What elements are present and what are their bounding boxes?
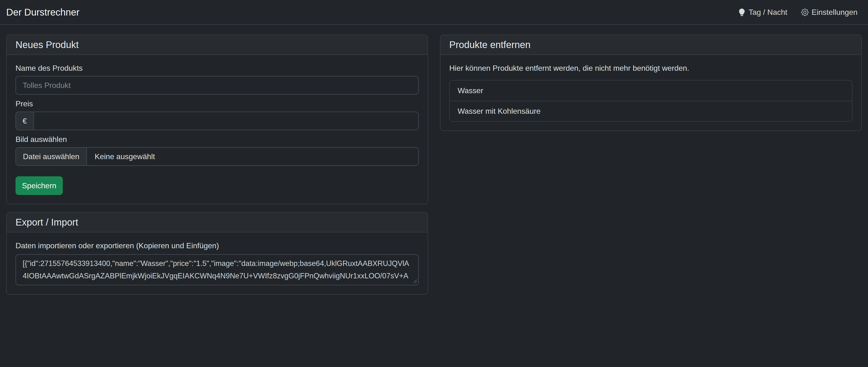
image-label: Bild auswählen (16, 135, 419, 144)
left-column: Neues Produkt Name des Produkts Preis € … (6, 35, 428, 294)
save-button[interactable]: Speichern (16, 176, 63, 195)
export-import-textarea-wrap: [{"id":27155764533913400,"name":"Wasser"… (16, 254, 419, 285)
product-list-item-wasser-mit-kohlensaeure[interactable]: Wasser mit Kohlensäure (450, 101, 852, 121)
price-group: Preis € (16, 100, 419, 130)
export-import-textarea[interactable]: [{"id":27155764533913400,"name":"Wasser"… (16, 254, 419, 285)
settings-link[interactable]: Einstellungen (801, 8, 858, 17)
remove-products-description: Hier können Produkte entfernt werden, di… (449, 64, 852, 73)
theme-toggle-label: Tag / Nacht (749, 8, 787, 17)
navbar: Der Durstrechner Tag / Nacht Einstellung… (0, 0, 868, 25)
product-name-input[interactable] (16, 76, 419, 94)
export-import-title: Export / Import (16, 217, 78, 228)
export-import-card-body: Daten importieren oder exportieren (Kopi… (7, 232, 428, 294)
product-name-group: Name des Produkts (16, 64, 419, 94)
image-file-input[interactable]: Datei auswählen Keine ausgewählt (16, 147, 419, 166)
resize-grip-icon[interactable] (412, 279, 417, 283)
gear-icon (801, 9, 809, 16)
navbar-actions: Tag / Nacht Einstellungen (738, 8, 858, 17)
remove-products-card-header: Produkte entfernen (440, 35, 861, 55)
price-label: Preis (16, 100, 419, 108)
remove-products-title: Produkte entfernen (449, 39, 530, 50)
app-title: Der Durstrechner (6, 7, 80, 18)
settings-label: Einstellungen (812, 8, 858, 17)
file-choose-button[interactable]: Datei auswählen (16, 148, 87, 165)
theme-toggle-link[interactable]: Tag / Nacht (738, 8, 787, 17)
price-input[interactable] (33, 112, 419, 130)
remove-products-card: Produkte entfernen Hier können Produkte … (440, 35, 862, 131)
new-product-card-header: Neues Produkt (7, 35, 428, 55)
product-name-label: Name des Produkts (16, 64, 419, 73)
price-input-group: € (16, 112, 419, 130)
remove-products-card-body: Hier können Produkte entfernt werden, di… (440, 55, 861, 131)
file-status-text: Keine ausgewählt (87, 148, 163, 165)
export-import-card-header: Export / Import (7, 213, 428, 232)
right-column: Produkte entfernen Hier können Produkte … (440, 35, 862, 131)
main-content: Neues Produkt Name des Produkts Preis € … (0, 25, 868, 294)
lightbulb-icon (738, 9, 746, 16)
new-product-title: Neues Produkt (16, 39, 79, 50)
new-product-card: Neues Produkt Name des Produkts Preis € … (6, 35, 428, 204)
export-import-card: Export / Import Daten importieren oder e… (6, 212, 428, 294)
product-list-item-wasser[interactable]: Wasser (450, 81, 852, 101)
product-list: Wasser Wasser mit Kohlensäure (449, 80, 852, 122)
currency-addon: € (16, 112, 33, 130)
export-import-label: Daten importieren oder exportieren (Kopi… (16, 241, 419, 250)
new-product-card-body: Name des Produkts Preis € Bild auswählen… (7, 55, 428, 204)
image-group: Bild auswählen Datei auswählen Keine aus… (16, 135, 419, 166)
